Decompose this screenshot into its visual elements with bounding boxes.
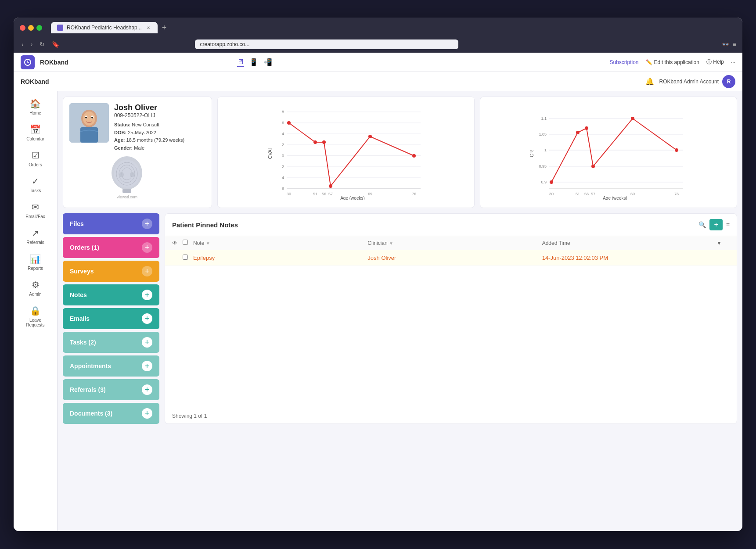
address-text: creatorapp.zoho.co... — [200, 41, 250, 47]
orders-icon: ☑ — [32, 150, 40, 161]
emails-add-icon[interactable]: + — [142, 313, 152, 324]
appointments-add-icon[interactable]: + — [142, 361, 152, 371]
surveys-button[interactable]: Surveys + — [63, 261, 159, 282]
cr-chart: CR 1.1 1.05 1 — [486, 103, 731, 200]
sidebar-item-admin[interactable]: ⚙ Admin — [18, 276, 53, 300]
notes-button[interactable]: Notes + — [63, 284, 159, 305]
help-button[interactable]: ⓘ Help — [706, 58, 724, 66]
svg-text:CR: CR — [529, 150, 534, 157]
tasks-label: Tasks (2) — [70, 339, 96, 346]
patient-section: Josh Oliver 009-250522-OLIJ Status: New … — [63, 97, 737, 208]
row-checkbox — [183, 255, 193, 261]
eye-column-header: 👁 — [172, 240, 183, 246]
note-column-header[interactable]: Note ▼ — [193, 240, 367, 246]
user-info: ROKband Admin Account R — [659, 75, 735, 88]
address-bar[interactable]: creatorapp.zoho.co... — [195, 39, 458, 49]
maximize-button[interactable] — [36, 25, 42, 31]
svg-text:56: 56 — [584, 192, 589, 196]
referrals-add-icon[interactable]: + — [142, 384, 152, 395]
home-icon: 🏠 — [30, 98, 41, 109]
tablet-icon[interactable]: 📱 — [249, 58, 258, 66]
head-model-svg — [105, 155, 149, 195]
orders-add-icon[interactable]: + — [142, 242, 152, 253]
note-sort-arrow: ▼ — [206, 241, 210, 246]
close-button[interactable] — [20, 25, 25, 31]
sidebar-item-tasks[interactable]: ✓ Tasks — [18, 172, 53, 197]
documents-label: Documents (3) — [70, 410, 112, 417]
svg-point-36 — [313, 140, 317, 144]
menu-icon[interactable]: ≡ — [733, 41, 736, 48]
back-button[interactable]: ‹ — [20, 41, 25, 48]
desktop-icon[interactable]: 🖥 — [237, 58, 244, 67]
head-model-credit: Viewstl.com — [116, 195, 137, 199]
svg-point-64 — [631, 117, 634, 120]
subscription-link[interactable]: Subscription — [610, 59, 639, 65]
referrals-button[interactable]: Referrals (3) + — [63, 379, 159, 400]
admin-icon: ⚙ — [32, 280, 40, 290]
files-button[interactable]: Files + — [63, 213, 159, 234]
clinician-column-header[interactable]: Clinician ▼ — [367, 240, 542, 246]
patient-photo — [69, 103, 109, 143]
svg-point-10 — [114, 160, 140, 188]
browser-tab[interactable]: ROKband Pediatric Headshap... ✕ — [51, 22, 158, 33]
middle-panel: Files + Orders (1) + Surveys + Notes + — [63, 213, 737, 424]
notes-table-header: 👁 Note ▼ Clinician ▼ — [165, 236, 737, 250]
svg-point-7 — [91, 117, 93, 118]
documents-button[interactable]: Documents (3) + — [63, 403, 159, 424]
sidebar-item-leave-requests[interactable]: 🔒 Leave Requests — [18, 302, 53, 331]
bookmark-button[interactable]: 🔖 — [50, 41, 61, 48]
svg-rect-8 — [80, 127, 98, 143]
cr-chart-card: CR 1.1 1.05 1 — [480, 97, 737, 208]
sidebar-label-referrals: Referrals — [26, 240, 44, 245]
sidebar-item-orders[interactable]: ☑ Orders — [18, 147, 53, 171]
tab-close-button[interactable]: ✕ — [145, 25, 151, 31]
dob-label: DOB: — [114, 130, 126, 135]
svg-text:0.9: 0.9 — [541, 180, 547, 184]
svg-text:57: 57 — [591, 192, 595, 196]
forward-button[interactable]: › — [29, 41, 35, 48]
sidebar-item-calendar[interactable]: 📅 Calendar — [18, 121, 53, 145]
notes-add-button[interactable]: + — [709, 219, 722, 230]
help-icon: ⓘ — [706, 59, 712, 65]
row-select-checkbox[interactable] — [183, 255, 188, 260]
sidebar-item-referrals[interactable]: ↗ Referrals — [18, 224, 53, 248]
svg-point-3 — [83, 111, 95, 126]
orders-button[interactable]: Orders (1) + — [63, 237, 159, 258]
sidebar-item-home[interactable]: 🏠 Home — [18, 95, 53, 119]
svg-point-6 — [85, 117, 87, 118]
surveys-label: Surveys — [70, 268, 94, 275]
referrals-label: Referrals (3) — [70, 386, 106, 393]
notes-add-icon[interactable]: + — [142, 290, 152, 300]
patient-id: 009-250522-OLIJ — [114, 112, 184, 118]
notes-menu-button[interactable]: ≡ — [726, 221, 730, 228]
email-fax-icon: ✉ — [32, 202, 39, 212]
added-column-header[interactable]: Added Time — [542, 240, 716, 246]
documents-add-icon[interactable]: + — [142, 408, 152, 419]
more-options-icon[interactable]: ··· — [731, 59, 735, 65]
surveys-add-icon[interactable]: + — [142, 266, 152, 276]
sidebar-item-email-fax[interactable]: ✉ Email/Fax — [18, 198, 53, 222]
minimize-button[interactable] — [28, 25, 34, 31]
tasks-add-icon[interactable]: + — [142, 337, 152, 348]
new-tab-button[interactable]: + — [159, 23, 169, 32]
appointments-button[interactable]: Appointments + — [63, 355, 159, 377]
files-add-icon[interactable]: + — [142, 219, 152, 229]
svg-text:-6: -6 — [281, 187, 284, 191]
select-all-checkbox[interactable] — [183, 240, 188, 245]
extensions-icon[interactable]: 👓 — [722, 41, 729, 48]
action-buttons: Files + Orders (1) + Surveys + Notes + — [63, 213, 159, 424]
svg-text:76: 76 — [412, 192, 416, 196]
notes-panel-title: Patient Pinned Notes — [172, 221, 238, 229]
mobile-icon[interactable]: 📲 — [263, 58, 272, 66]
notification-bell-icon[interactable]: 🔔 — [645, 77, 654, 86]
edit-app-button[interactable]: ✏️ Edit this application — [646, 59, 699, 65]
notes-search-button[interactable]: 🔍 — [698, 221, 706, 228]
column-dropdown-icon[interactable]: ▼ — [716, 240, 722, 246]
app-bar: ROKband 🖥 📱 📲 Subscription ✏️ Edit this … — [14, 53, 742, 72]
reload-button[interactable]: ↻ — [38, 41, 47, 48]
left-sidebar: 🏠 Home 📅 Calendar ☑ Orders ✓ Tasks ✉ Ema… — [14, 91, 58, 531]
tasks-button[interactable]: Tasks (2) + — [63, 332, 159, 353]
svg-point-38 — [329, 184, 332, 188]
sidebar-item-reports[interactable]: 📊 Reports — [18, 250, 53, 274]
emails-button[interactable]: Emails + — [63, 308, 159, 329]
